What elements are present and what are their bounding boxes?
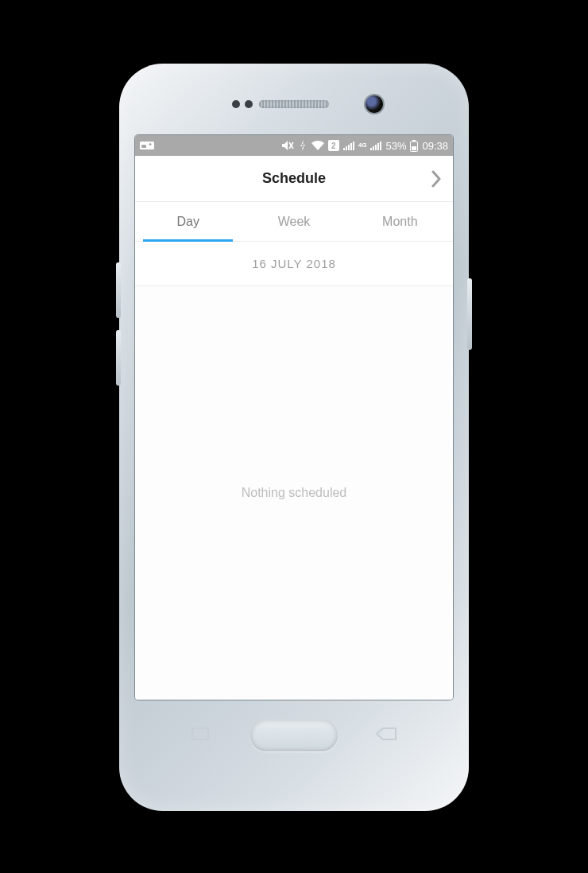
light-sensor-icon: [245, 100, 253, 108]
signal-2-icon: [370, 141, 381, 150]
battery-icon: [410, 140, 418, 152]
signal-1-icon: [343, 141, 354, 150]
front-camera-icon: [366, 95, 383, 113]
clock: 09:38: [422, 140, 448, 152]
tab-month[interactable]: Month: [347, 202, 453, 241]
empty-state-message: Nothing scheduled: [242, 486, 347, 500]
screen: 2 4G 53% 09:38 Schedule: [135, 135, 453, 700]
volume-down-button[interactable]: [116, 330, 121, 386]
earpiece: [259, 100, 329, 108]
schedule-content: Nothing scheduled: [135, 286, 453, 700]
mute-icon: [281, 140, 294, 151]
date-row[interactable]: 16 JULY 2018: [135, 242, 453, 286]
tab-label: Day: [176, 215, 199, 229]
notification-app-icon: [140, 140, 154, 151]
forward-button[interactable]: [431, 170, 442, 188]
back-button[interactable]: [375, 727, 397, 741]
home-button[interactable]: [250, 720, 338, 751]
network-type-label: 4G: [358, 142, 367, 149]
wifi-icon: [311, 141, 324, 151]
page-title: Schedule: [262, 170, 326, 187]
charging-no-icon: [298, 140, 308, 151]
svg-rect-11: [370, 148, 372, 150]
app-header: Schedule: [135, 156, 453, 202]
svg-rect-14: [377, 143, 379, 150]
tab-label: Month: [382, 215, 417, 229]
power-button[interactable]: [467, 278, 472, 350]
view-tabs: Day Week Month: [135, 202, 453, 242]
chevron-right-icon: [431, 170, 442, 188]
volume-up-button[interactable]: [116, 262, 121, 318]
svg-rect-10: [353, 142, 354, 150]
svg-point-2: [149, 143, 151, 146]
tab-day[interactable]: Day: [135, 202, 241, 241]
phone-frame: 2 4G 53% 09:38 Schedule: [119, 64, 469, 811]
phone-bottom-hardware: [119, 700, 469, 811]
tab-label: Week: [278, 215, 311, 229]
sim-indicator: 2: [328, 140, 339, 151]
svg-rect-18: [412, 146, 416, 150]
phone-top-hardware: [119, 64, 469, 135]
svg-rect-12: [373, 146, 374, 150]
current-date: 16 JULY 2018: [252, 257, 336, 270]
svg-rect-19: [192, 728, 208, 739]
svg-rect-7: [346, 146, 347, 150]
recent-apps-button[interactable]: [191, 727, 210, 741]
svg-rect-13: [375, 145, 377, 150]
svg-rect-1: [141, 145, 146, 148]
proximity-sensor-icon: [232, 100, 240, 108]
svg-rect-6: [343, 148, 345, 150]
tab-week[interactable]: Week: [241, 202, 346, 241]
status-bar: 2 4G 53% 09:38: [135, 135, 453, 156]
svg-rect-9: [350, 143, 352, 150]
svg-rect-15: [380, 142, 381, 150]
battery-percent: 53%: [385, 140, 406, 152]
svg-rect-8: [348, 145, 350, 150]
